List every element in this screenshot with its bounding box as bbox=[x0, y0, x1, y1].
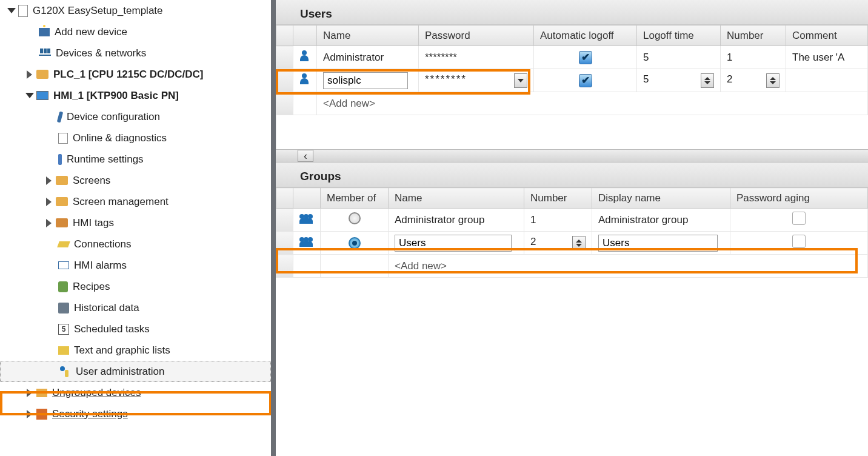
expand-icon[interactable] bbox=[45, 176, 53, 185]
tree-user-admin[interactable]: User administration bbox=[0, 361, 271, 382]
group-number-cell[interactable]: 2 bbox=[524, 232, 592, 255]
alarm-icon bbox=[58, 261, 69, 269]
tree-add-device[interactable]: Add new device bbox=[0, 21, 271, 42]
groups-section: Groups Member of Name Number Display nam… bbox=[276, 163, 868, 456]
group-add-new[interactable]: <Add new> bbox=[276, 255, 868, 278]
tree-project-root[interactable]: G120X EasySetup_template bbox=[0, 0, 271, 21]
tree-hmi[interactable]: HMI_1 [KTP900 Basic PN] bbox=[0, 85, 271, 106]
user-row[interactable]: ******** ✔ 5 2 bbox=[276, 69, 868, 92]
tree-connections[interactable]: Connections bbox=[0, 233, 271, 255]
users-scrollbar[interactable] bbox=[276, 149, 868, 163]
users-title: Users bbox=[276, 0, 868, 25]
logoff-time-spinner[interactable] bbox=[701, 73, 714, 88]
tree-label: Ungrouped devices bbox=[52, 387, 141, 399]
col-name[interactable]: Name bbox=[317, 25, 419, 46]
expand-icon[interactable] bbox=[45, 198, 53, 206]
tree-recipes[interactable]: Recipes bbox=[0, 276, 271, 297]
auto-logoff-checkbox[interactable]: ✔ bbox=[579, 74, 592, 87]
user-logoff-time[interactable]: 5 bbox=[637, 46, 721, 69]
user-number[interactable]: 1 bbox=[721, 46, 786, 69]
scroll-left-button[interactable] bbox=[298, 150, 313, 162]
group-number-spinner[interactable] bbox=[572, 236, 586, 250]
tree-text-graphic[interactable]: Text and graphic lists bbox=[0, 340, 271, 361]
tree-ungrouped[interactable]: Ungrouped devices bbox=[0, 382, 271, 403]
diagnostics-icon bbox=[58, 133, 68, 144]
history-icon bbox=[58, 303, 69, 314]
expand-icon[interactable] bbox=[25, 70, 34, 79]
group-name[interactable]: Administrator group bbox=[389, 209, 524, 232]
add-new-label[interactable]: <Add new> bbox=[317, 92, 868, 115]
expand-icon[interactable] bbox=[45, 219, 53, 227]
tree-online-diag[interactable]: Online & diagnostics bbox=[0, 127, 271, 149]
tree-label: HMI tags bbox=[73, 217, 114, 229]
user-password-cell[interactable]: ******** bbox=[419, 69, 534, 92]
user-add-new[interactable]: <Add new> bbox=[276, 92, 868, 115]
user-admin-icon bbox=[59, 366, 71, 377]
expand-icon[interactable] bbox=[7, 7, 16, 15]
user-logoff-time-cell[interactable]: 5 bbox=[637, 69, 721, 92]
user-number-cell[interactable]: 2 bbox=[721, 69, 786, 92]
security-icon bbox=[36, 409, 47, 420]
user-comment[interactable] bbox=[786, 69, 868, 92]
user-comment[interactable]: The user 'A bbox=[786, 46, 868, 69]
tree-label: Connections bbox=[74, 238, 132, 250]
group-row[interactable]: Administrator group 1 Administrator grou… bbox=[276, 209, 868, 232]
tree-hmi-alarms[interactable]: HMI alarms bbox=[0, 255, 271, 276]
col-member[interactable]: Member of bbox=[321, 188, 389, 209]
col-logofftime[interactable]: Logoff time bbox=[637, 25, 721, 46]
tree-label: Scheduled tasks bbox=[74, 323, 150, 335]
group-name-input[interactable] bbox=[389, 232, 524, 255]
expand-icon[interactable] bbox=[25, 92, 34, 100]
col-password[interactable]: Password bbox=[419, 25, 534, 46]
expand-icon[interactable] bbox=[25, 410, 34, 418]
groups-header-row: Member of Name Number Display name Passw… bbox=[276, 188, 868, 209]
user-number: 2 bbox=[727, 73, 732, 85]
user-row[interactable]: Administrator ******** ✔ 5 1 The user 'A bbox=[276, 46, 868, 69]
tree-device-config[interactable]: Device configuration bbox=[0, 106, 271, 127]
group-number[interactable]: 1 bbox=[524, 209, 592, 232]
tree-scheduled[interactable]: 5 Scheduled tasks bbox=[0, 318, 271, 340]
col-number[interactable]: Number bbox=[721, 25, 786, 46]
col-display[interactable]: Display name bbox=[592, 188, 730, 209]
password-dropdown[interactable] bbox=[514, 73, 527, 88]
group-display[interactable]: Administrator group bbox=[592, 209, 730, 232]
tree-screen-mgmt[interactable]: Screen management bbox=[0, 191, 271, 212]
member-radio[interactable] bbox=[349, 237, 361, 249]
tree-label: Historical data bbox=[74, 302, 139, 314]
auto-logoff-checkbox[interactable]: ✔ bbox=[579, 51, 592, 64]
tree-hmi-tags[interactable]: HMI tags bbox=[0, 212, 271, 233]
group-display-field[interactable] bbox=[598, 235, 718, 252]
add-new-label[interactable]: <Add new> bbox=[389, 255, 868, 278]
user-name-input[interactable] bbox=[317, 69, 419, 92]
group-icon bbox=[299, 213, 314, 224]
group-row[interactable]: 2 bbox=[276, 232, 868, 255]
tree-security[interactable]: Security settings bbox=[0, 403, 271, 424]
groups-table: Member of Name Number Display name Passw… bbox=[276, 187, 868, 278]
tree-label: Runtime settings bbox=[67, 153, 144, 166]
connection-icon bbox=[57, 241, 70, 247]
expand-icon[interactable] bbox=[25, 389, 34, 397]
col-comment[interactable]: Comment bbox=[786, 25, 868, 46]
tree-label: HMI_1 [KTP900 Basic PN] bbox=[53, 90, 179, 102]
col-aging[interactable]: Password aging bbox=[730, 188, 868, 209]
tree-runtime-settings[interactable]: Runtime settings bbox=[0, 149, 271, 170]
aging-checkbox[interactable] bbox=[792, 212, 806, 225]
wrench-icon bbox=[58, 154, 62, 165]
user-name-field[interactable] bbox=[323, 72, 408, 89]
member-radio[interactable] bbox=[349, 212, 361, 224]
tree-label: Recipes bbox=[73, 281, 110, 293]
col-gnumber[interactable]: Number bbox=[524, 188, 592, 209]
group-display-input[interactable] bbox=[592, 232, 730, 255]
group-name-field[interactable] bbox=[395, 235, 512, 252]
tree-screens[interactable]: Screens bbox=[0, 170, 271, 191]
col-autologoff[interactable]: Automatic logoff bbox=[534, 25, 637, 46]
user-password[interactable]: ******** bbox=[419, 46, 534, 69]
number-spinner[interactable] bbox=[766, 73, 780, 88]
col-gname[interactable]: Name bbox=[389, 188, 524, 209]
tree-devices-networks[interactable]: Devices & networks bbox=[0, 42, 271, 64]
tree-label: Devices & networks bbox=[56, 47, 146, 59]
user-name[interactable]: Administrator bbox=[317, 46, 419, 69]
tree-plc[interactable]: PLC_1 [CPU 1215C DC/DC/DC] bbox=[0, 64, 271, 85]
aging-checkbox[interactable] bbox=[792, 235, 806, 248]
tree-historical[interactable]: Historical data bbox=[0, 297, 271, 318]
